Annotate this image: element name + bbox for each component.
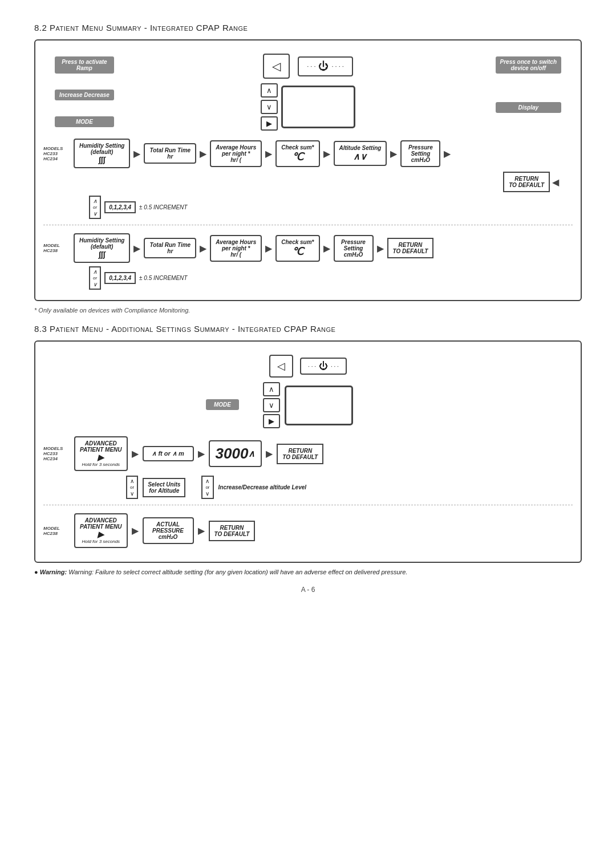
s83-ramp-button[interactable]: ◁ bbox=[269, 355, 293, 378]
page-number: A - 6 bbox=[34, 586, 582, 594]
up-icon-1: ∧ bbox=[93, 198, 97, 204]
down-button[interactable]: ∨ bbox=[261, 100, 278, 114]
s83-nav-buttons: ∧ ∨ ▶ bbox=[263, 382, 280, 428]
s83-model-label-1: MODELSHC233HC234 bbox=[43, 446, 69, 461]
display-screen bbox=[281, 86, 355, 128]
s83-arrow-5: ▶ bbox=[198, 525, 205, 536]
warning-text: ● Warning: Warning: Failure to select co… bbox=[34, 569, 582, 575]
center-device: ◁ · · · ⏻ · · · · ∧ ∨ ▶ bbox=[261, 54, 355, 131]
s83-arrow-4: ▶ bbox=[132, 525, 139, 536]
section-83-diagram: ◁ · · · ⏻ · · · MODE ∧ ∨ ▶ bbox=[34, 340, 582, 563]
increase-decrease-altitude-label: Increase/Decrease altitude Level bbox=[218, 484, 307, 490]
down-icon-1: ∨ bbox=[93, 210, 97, 217]
display-label: Display bbox=[496, 102, 561, 113]
or-text-2: or bbox=[93, 275, 97, 281]
section-83-title: 8.3 Patient Menu - Additional Settings S… bbox=[34, 324, 582, 334]
increment-values-1: 0,1,2,3,4 bbox=[104, 201, 136, 213]
s83-up-button[interactable]: ∧ bbox=[263, 382, 280, 396]
s83-power-button[interactable]: ⏻ bbox=[319, 361, 328, 371]
dots-right: · · · · bbox=[331, 63, 343, 70]
avg-hours-box-1: Average Hoursper night *hr/ ( bbox=[210, 140, 262, 167]
arrow-9: ▶ bbox=[265, 243, 272, 254]
s83-up-icon-1: ∧ bbox=[130, 478, 134, 484]
s83-return-box-2: RETURNTO DEFAULT bbox=[209, 521, 256, 541]
s83-flow-section-1: MODELSHC233HC234 ADVANCEDPATIENT MENU ▶ … bbox=[43, 436, 573, 499]
ramp-label: Press to activateRamp bbox=[55, 56, 114, 74]
s83-down-icon-1: ∨ bbox=[130, 490, 134, 497]
right-device-labels: Press once to switchdevice on/off Displa… bbox=[496, 56, 561, 113]
altitude-box-1: Altitude Setting∧∨ bbox=[334, 141, 387, 166]
increment-section-2: ∧ or ∨ 0,1,2,3,4 ± 0.5 INCREMENT bbox=[89, 266, 573, 290]
mode-button[interactable]: ▶ bbox=[261, 116, 278, 131]
divider bbox=[43, 225, 573, 225]
increment-section-1: ∧ or ∨ 0,1,2,3,4 ± 0.5 INCREMENT bbox=[89, 196, 573, 219]
s83-center-device: ◁ · · · ⏻ · · · MODE ∧ ∨ ▶ bbox=[263, 355, 353, 428]
section-82-diagram: Press to activateRamp Increase Decrease … bbox=[34, 39, 582, 301]
s83-dots-left: · · · bbox=[308, 363, 316, 370]
s83-arrow-3: ▶ bbox=[266, 448, 273, 459]
arrow-10: ▶ bbox=[323, 243, 330, 254]
increment-values-2: 0,1,2,3,4 bbox=[104, 272, 136, 284]
s83-or-text-2: or bbox=[205, 485, 209, 490]
nav-buttons: ∧ ∨ ▶ bbox=[261, 83, 278, 131]
s83-return-box-1: RETURNTO DEFAULT bbox=[277, 444, 323, 464]
arrow-3: ▶ bbox=[265, 148, 272, 159]
s83-value-box: 3000∧ bbox=[209, 440, 262, 467]
arrow-11: ▶ bbox=[377, 243, 384, 254]
s83-arrow-2: ▶ bbox=[198, 448, 205, 459]
compliance-note: * Only available on devices with Complia… bbox=[34, 307, 582, 314]
section-82-title: 8.2 Patient Menu Summary - Integrated CP… bbox=[34, 23, 582, 33]
power-label: Press once to switchdevice on/off bbox=[496, 56, 561, 74]
s83-or-text-1: or bbox=[130, 485, 134, 490]
model-label-2: MODELHC238 bbox=[43, 243, 69, 253]
device-top-area: Press to activateRamp Increase Decrease … bbox=[43, 51, 573, 131]
arrow-2: ▶ bbox=[200, 148, 206, 159]
return-box-1: RETURNTO DEFAULT bbox=[503, 172, 550, 192]
s83-flow-section-2: MODELHC238 ADVANCEDPATIENT MENU ▶ Hold f… bbox=[43, 513, 573, 548]
check-sum-box-1: Check sum*℃ bbox=[275, 140, 319, 167]
s83-dots-right: · · · bbox=[331, 363, 339, 370]
arrow-7: ▶ bbox=[133, 243, 140, 254]
humidity-box-2: Humidity Setting(default)∫∫∫ bbox=[74, 233, 130, 263]
flow-section-1: MODELSHC233HC234 Humidity Setting(defaul… bbox=[43, 139, 573, 219]
total-run-box-1: Total Run Timehr bbox=[144, 143, 196, 164]
mode-label: MODE bbox=[55, 116, 114, 127]
down-icon-2: ∨ bbox=[93, 281, 97, 287]
model-label-1: MODELSHC233HC234 bbox=[43, 146, 69, 161]
s83-device-area: ◁ · · · ⏻ · · · MODE ∧ ∨ ▶ bbox=[43, 352, 573, 428]
s83-sub-row-1: ∧ or ∨ Select Unitsfor Altitude ∧ or ∨ I… bbox=[126, 476, 573, 499]
s83-adv-menu-1: ADVANCEDPATIENT MENU ▶ Hold for 3 second… bbox=[74, 436, 128, 471]
pressure-box-2: PressureSettingcmH₂O bbox=[334, 235, 374, 262]
total-run-box-2: Total Run Timehr bbox=[144, 238, 196, 258]
back-arrow-1: ◀ bbox=[552, 177, 559, 188]
or-text-1: or bbox=[93, 205, 97, 210]
arrow-1: ▶ bbox=[133, 148, 140, 159]
s83-altitude-units-box: ∧ ft or ∧ m bbox=[143, 446, 194, 461]
s83-down-button[interactable]: ∨ bbox=[263, 398, 280, 412]
s83-down-icon-2: ∨ bbox=[205, 490, 209, 497]
arrow-8: ▶ bbox=[200, 243, 206, 254]
s83-model-label-2: MODELHC238 bbox=[43, 526, 69, 536]
increment-label-1: ± 0.5 INCREMENT bbox=[139, 204, 187, 210]
check-sum-box-2: Check sum*℃ bbox=[275, 235, 319, 262]
s83-up-icon-2: ∧ bbox=[205, 478, 209, 484]
humidity-box-1: Humidity Setting(default)∫∫∫ bbox=[74, 139, 130, 168]
arrow-5: ▶ bbox=[390, 148, 397, 159]
s83-arrow-1: ▶ bbox=[132, 448, 139, 459]
s83-adv-menu-2: ADVANCEDPATIENT MENU ▶ Hold for 3 second… bbox=[74, 513, 128, 548]
pressure-box-1: PressureSettingcmH₂O bbox=[400, 140, 440, 167]
select-units-box: Select Unitsfor Altitude bbox=[143, 478, 185, 497]
s83-display-screen bbox=[285, 386, 353, 425]
increment-label-2: ± 0.5 INCREMENT bbox=[139, 275, 187, 281]
s83-mode-button[interactable]: ▶ bbox=[263, 414, 280, 428]
arrow-6: ▶ bbox=[444, 148, 451, 159]
ramp-button[interactable]: ◁ bbox=[263, 54, 290, 79]
s83-actual-pressure-box: ACTUALPRESSUREcmH₂O bbox=[143, 517, 194, 544]
left-device-labels: Press to activateRamp Increase Decrease … bbox=[55, 56, 114, 127]
arrow-4: ▶ bbox=[323, 148, 330, 159]
up-icon-2: ∧ bbox=[93, 269, 97, 275]
power-button[interactable]: ⏻ bbox=[318, 60, 329, 72]
s83-divider bbox=[43, 505, 573, 505]
increase-decrease-label: Increase Decrease bbox=[55, 90, 114, 100]
up-button[interactable]: ∧ bbox=[261, 83, 278, 98]
